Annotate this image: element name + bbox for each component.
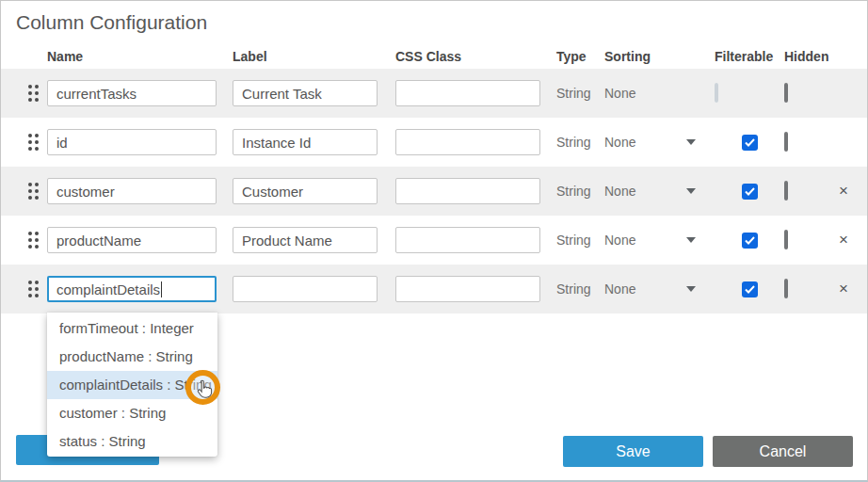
- sorting-value: None: [604, 233, 635, 248]
- label-input[interactable]: [233, 276, 378, 302]
- hidden-checkbox[interactable]: [784, 181, 788, 201]
- cancel-button[interactable]: Cancel: [713, 436, 853, 467]
- sorting-value: None: [604, 184, 635, 199]
- header-label: Label: [233, 49, 395, 64]
- name-input[interactable]: complaintDetails: [47, 276, 217, 302]
- chevron-down-icon[interactable]: [686, 139, 696, 145]
- type-value: String: [556, 184, 604, 199]
- hidden-checkbox[interactable]: [784, 132, 788, 152]
- chevron-down-icon[interactable]: [686, 237, 696, 243]
- table-row: String None ×: [1, 167, 867, 216]
- drag-handle-icon[interactable]: [1, 281, 47, 297]
- remove-row-icon[interactable]: ×: [829, 182, 858, 201]
- dropdown-item[interactable]: customer : String: [47, 399, 217, 427]
- type-value: String: [556, 233, 604, 248]
- click-indicator-icon: [185, 370, 220, 405]
- remove-row-icon[interactable]: ×: [829, 280, 858, 298]
- sorting-value: None: [604, 86, 635, 101]
- header-type: Type: [556, 49, 604, 64]
- drag-handle-icon[interactable]: [1, 85, 47, 102]
- sorting-value: None: [604, 281, 635, 297]
- drag-handle-icon[interactable]: [1, 183, 47, 200]
- hand-pointer-icon: [193, 379, 214, 400]
- hidden-checkbox[interactable]: [784, 230, 788, 249]
- label-input[interactable]: [233, 129, 378, 155]
- filterable-checkbox[interactable]: [742, 281, 758, 297]
- drag-handle-icon[interactable]: [1, 134, 47, 151]
- hidden-checkbox[interactable]: [784, 83, 788, 103]
- text-caret: [161, 281, 162, 297]
- header-filterable: Filterable: [715, 49, 784, 64]
- filterable-checkbox: [715, 83, 718, 103]
- dropdown-item[interactable]: formTimeout : Integer: [47, 314, 217, 343]
- label-input[interactable]: [233, 80, 378, 106]
- css-class-input[interactable]: [395, 178, 540, 204]
- table-row: complaintDetails String None ×: [1, 265, 867, 313]
- name-input[interactable]: [47, 129, 217, 155]
- css-class-input[interactable]: [395, 276, 540, 302]
- filterable-checkbox[interactable]: [742, 233, 758, 249]
- filterable-checkbox[interactable]: [742, 135, 758, 151]
- header-sorting: Sorting: [604, 49, 715, 64]
- type-value: String: [556, 86, 604, 101]
- page-title: Column Configuration: [1, 1, 867, 34]
- table-row: String None: [1, 69, 867, 118]
- type-value: String: [556, 135, 604, 150]
- name-input[interactable]: [47, 178, 217, 204]
- chevron-down-icon[interactable]: [686, 286, 696, 292]
- header-name: Name: [47, 49, 233, 64]
- header-hidden: Hidden: [784, 49, 829, 64]
- sorting-value: None: [604, 135, 635, 150]
- name-input[interactable]: [47, 80, 217, 106]
- save-button[interactable]: Save: [563, 436, 703, 467]
- label-input[interactable]: [233, 178, 378, 204]
- css-class-input[interactable]: [395, 227, 540, 253]
- column-configuration-dialog: Column Configuration Name Label CSS Clas…: [0, 0, 868, 482]
- table-row: String None: [1, 118, 867, 167]
- dropdown-item[interactable]: status : String: [47, 427, 217, 456]
- drag-handle-icon[interactable]: [1, 232, 47, 249]
- remove-row-icon[interactable]: ×: [829, 231, 858, 249]
- type-value: String: [556, 281, 604, 297]
- name-input[interactable]: [47, 227, 217, 253]
- chevron-down-icon[interactable]: [686, 188, 696, 194]
- label-input[interactable]: [233, 227, 378, 253]
- filterable-checkbox[interactable]: [742, 184, 758, 200]
- header-css-class: CSS Class: [395, 49, 556, 64]
- css-class-input[interactable]: [395, 129, 540, 155]
- table-header-row: Name Label CSS Class Type Sorting Filter…: [1, 44, 867, 69]
- table-row: String None ×: [1, 216, 867, 265]
- css-class-input[interactable]: [395, 80, 540, 106]
- hidden-checkbox[interactable]: [784, 279, 788, 298]
- dropdown-item[interactable]: productName : String: [47, 343, 217, 371]
